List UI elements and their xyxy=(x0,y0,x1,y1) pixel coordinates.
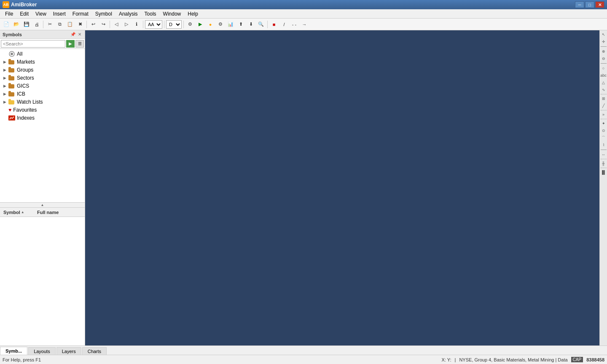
rt-line-tool[interactable]: ╱ xyxy=(600,102,607,109)
minimize-button[interactable]: ─ xyxy=(575,1,584,8)
tree-expand-all xyxy=(2,51,8,57)
color-picker-button[interactable]: ■ xyxy=(269,20,279,29)
svg-point-1 xyxy=(11,53,13,55)
dash-tool-button[interactable]: - - xyxy=(290,20,299,29)
maximize-button[interactable]: □ xyxy=(585,1,594,8)
tab-symbols[interactable]: Symb... xyxy=(0,347,27,355)
rt-arc-tool[interactable]: ⌒ xyxy=(600,134,607,141)
rt-text-tool[interactable]: abc xyxy=(600,72,607,79)
menu-file[interactable]: File xyxy=(2,9,16,18)
menu-analysis[interactable]: Analysis xyxy=(115,9,141,18)
tree-item-icb[interactable]: ▶ ICB xyxy=(0,90,85,98)
rt-cursor-tool[interactable]: ↖ xyxy=(600,31,607,38)
tab-layouts[interactable]: Layouts xyxy=(28,347,56,355)
menu-symbol[interactable]: Symbol xyxy=(92,9,115,18)
tree-item-groups[interactable]: ▶ Groups xyxy=(0,66,85,74)
groups-folder-icon xyxy=(8,67,15,72)
tree-expand-markets: ▶ xyxy=(2,59,8,65)
symbol-tree: All ▶ Markets ▶ Groups ▶ xyxy=(0,49,85,202)
title-bar: AB AmiBroker ─ □ ✕ xyxy=(0,0,607,9)
arrow-tool-button[interactable]: → xyxy=(300,20,309,29)
undo-button[interactable]: ↩ xyxy=(89,20,98,29)
interval-select[interactable]: AA D W M xyxy=(145,20,162,29)
chart-orange-button[interactable]: ● xyxy=(206,20,215,29)
rt-circle-tool[interactable]: ○ xyxy=(600,65,607,72)
menu-help[interactable]: Help xyxy=(184,9,201,18)
tree-expand-watchlists: ▶ xyxy=(2,99,8,105)
rt-pin-tool[interactable]: ✦ xyxy=(600,120,607,127)
save-button[interactable]: 💾 xyxy=(22,20,31,29)
search-submit-button[interactable]: ▶ xyxy=(66,40,75,48)
tree-item-all[interactable]: All xyxy=(0,50,85,58)
chart-area[interactable] xyxy=(85,30,599,345)
tree-expand-sectors: ▶ xyxy=(2,75,8,81)
rt-crosshair-tool[interactable]: ✛ xyxy=(600,38,607,45)
status-number: 8388458 xyxy=(586,357,604,362)
menu-bar: File Edit View Insert Format Symbol Anal… xyxy=(0,9,607,19)
symbols-close-button[interactable]: ✕ xyxy=(77,32,82,37)
chart-refresh-button[interactable]: ⚙ xyxy=(185,20,195,29)
menu-view[interactable]: View xyxy=(32,9,50,18)
new-button[interactable]: 📄 xyxy=(2,20,11,29)
symbols-pin-button[interactable]: 📌 xyxy=(70,32,76,37)
search-input[interactable] xyxy=(1,40,65,48)
status-cap-badge: CAP xyxy=(571,357,583,362)
menu-insert[interactable]: Insert xyxy=(50,9,69,18)
open-button[interactable]: 📂 xyxy=(12,20,21,29)
tree-item-watchlists[interactable]: ▶ Watch Lists xyxy=(0,98,85,106)
gics-folder-icon xyxy=(8,83,15,88)
tab-layers[interactable]: Layers xyxy=(56,347,81,355)
chart-settings-button[interactable]: ⚙ xyxy=(216,20,225,29)
period-select[interactable]: D W M xyxy=(166,20,182,29)
back-button[interactable]: ◁ xyxy=(112,20,121,29)
rt-zoom-in-tool[interactable]: ⊕ xyxy=(600,48,607,55)
chart-zoom-button[interactable]: 🔍 xyxy=(256,20,266,29)
redo-button[interactable]: ↪ xyxy=(99,20,108,29)
menu-window[interactable]: Window xyxy=(160,9,185,18)
symbol-col-header[interactable]: Symbol ▲ xyxy=(2,210,35,215)
rt-wave-tool[interactable]: ∿ xyxy=(600,86,607,93)
rt-segment-tool[interactable]: ⌇ xyxy=(600,142,607,148)
rt-hline-tool[interactable]: ↔ xyxy=(600,151,607,158)
chart-analyze-button[interactable]: 📊 xyxy=(226,20,235,29)
menu-edit[interactable]: Edit xyxy=(16,9,32,18)
menu-tools[interactable]: Tools xyxy=(141,9,160,18)
close-button[interactable]: ✕ xyxy=(595,1,604,8)
tree-item-indexes[interactable]: Indexes xyxy=(0,114,85,122)
rt-grid-tool[interactable]: ⊞ xyxy=(600,95,607,102)
left-panel: Symbols 📌 ✕ ▶ ☰ All xyxy=(0,30,85,345)
copy-button[interactable]: ⧉ xyxy=(55,20,64,29)
symbol-list-body xyxy=(0,217,85,345)
rt-bars-tool[interactable]: ▐▌ xyxy=(600,169,607,176)
clear-button[interactable]: ✖ xyxy=(75,20,85,29)
rt-dotted-1 xyxy=(601,94,607,94)
symbol-list-panel: ▲ Symbol ▲ Full name xyxy=(0,202,85,345)
chart-import-button[interactable]: ⬇ xyxy=(246,20,255,29)
chart-green-button[interactable]: ▶ xyxy=(196,20,205,29)
chart-export-button[interactable]: ⬆ xyxy=(236,20,245,29)
toolbar-sep-7 xyxy=(267,21,268,28)
rt-sep-3 xyxy=(601,150,607,150)
search-list-button[interactable]: ☰ xyxy=(75,40,84,48)
tree-item-gics[interactable]: ▶ GICS xyxy=(0,82,85,90)
rt-vline-tool[interactable]: ╫ xyxy=(600,160,607,167)
tab-charts[interactable]: Charts xyxy=(82,347,107,355)
rt-triangle-tool[interactable]: △ xyxy=(600,79,607,86)
rt-zoom-out-tool[interactable]: ⊖ xyxy=(600,55,607,62)
watchlists-folder-icon xyxy=(8,99,15,104)
info-button[interactable]: ℹ xyxy=(132,20,141,29)
tree-item-favourites[interactable]: ♥ Favourites xyxy=(0,106,85,114)
tree-expand-groups: ▶ xyxy=(2,67,8,73)
menu-format[interactable]: Format xyxy=(69,9,92,18)
tree-item-sectors[interactable]: ▶ Sectors xyxy=(0,74,85,82)
paste-button[interactable]: 📋 xyxy=(65,20,75,29)
rt-orbit-tool[interactable]: ⊙ xyxy=(600,127,607,134)
rt-expand-right[interactable]: » xyxy=(600,111,607,118)
print-button[interactable]: 🖨 xyxy=(32,20,41,29)
fullname-col-header[interactable]: Full name xyxy=(35,210,83,215)
cut-button[interactable]: ✂ xyxy=(45,20,54,29)
forward-button[interactable]: ▷ xyxy=(122,20,131,29)
line-tool-button[interactable]: / xyxy=(279,20,289,29)
tree-item-markets[interactable]: ▶ Markets xyxy=(0,58,85,66)
scroll-up-button[interactable]: ▲ xyxy=(0,203,85,208)
